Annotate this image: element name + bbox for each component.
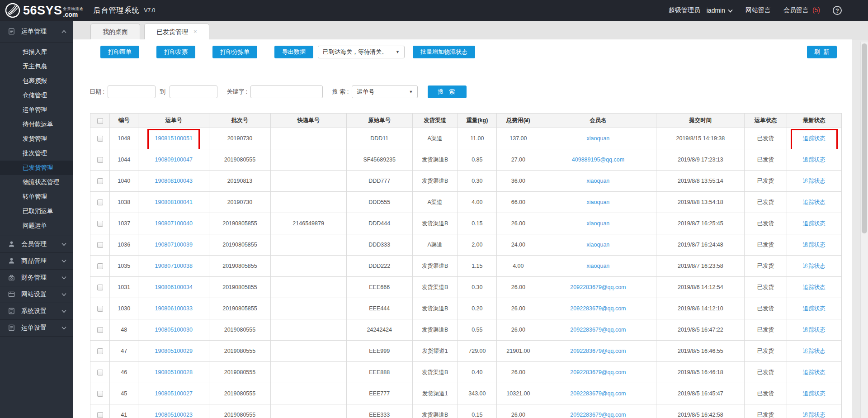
- sidebar-item[interactable]: 批次管理: [0, 146, 73, 161]
- sidebar-item[interactable]: 物流状态管理: [0, 175, 73, 190]
- track-status-link[interactable]: 追踪状态: [803, 199, 826, 205]
- help-icon[interactable]: ?: [833, 6, 842, 15]
- sidebar-item[interactable]: 转单管理: [0, 190, 73, 204]
- row-checkbox[interactable]: [97, 242, 103, 248]
- track-status-link[interactable]: 追踪状态: [803, 178, 826, 184]
- scrollbar-thumb[interactable]: [862, 43, 867, 233]
- tab-close-icon[interactable]: ×: [193, 24, 197, 39]
- batch-add-status-button[interactable]: 批量增加物流状态: [413, 46, 475, 58]
- print-button[interactable]: 打印发票: [156, 46, 195, 58]
- row-checkbox[interactable]: [97, 285, 103, 290]
- member-link[interactable]: 2092283679@qq.com: [570, 284, 626, 290]
- row-checkbox[interactable]: [97, 348, 103, 354]
- row-checkbox[interactable]: [97, 327, 103, 333]
- member-link[interactable]: xiaoquan: [587, 199, 610, 205]
- row-checkbox[interactable]: [97, 391, 103, 397]
- track-status-link[interactable]: 追踪状态: [803, 263, 826, 269]
- print-button[interactable]: 打印面单: [100, 46, 139, 58]
- waybill-link[interactable]: 190805100030: [155, 327, 192, 333]
- tab[interactable]: 已发货管理×: [144, 24, 209, 39]
- search-type-select[interactable]: 运单号 ▼: [352, 86, 418, 98]
- sidebar-group[interactable]: 运单设置: [0, 320, 73, 337]
- waybill-link[interactable]: 190806100033: [155, 305, 192, 312]
- member-link[interactable]: 2092283679@qq.com: [570, 348, 626, 354]
- member-link[interactable]: 2092283679@qq.com: [570, 412, 626, 418]
- search-button[interactable]: 搜 索: [428, 86, 467, 98]
- waybill-link[interactable]: 190808100043: [155, 178, 192, 184]
- track-status-link[interactable]: 追踪状态: [803, 348, 826, 354]
- row-checkbox[interactable]: [97, 157, 103, 163]
- export-data-button[interactable]: 导出数据: [274, 46, 313, 58]
- sidebar-group[interactable]: 财务管理: [0, 270, 73, 286]
- track-status-link[interactable]: 追踪状态: [803, 412, 826, 418]
- logistics-status-select[interactable]: 已到达海关，等待清关。 ▼: [318, 46, 405, 58]
- sidebar-group[interactable]: 会员管理: [0, 236, 73, 253]
- track-status-link[interactable]: 追踪状态: [803, 135, 826, 142]
- waybill-link[interactable]: 190807100040: [155, 220, 192, 227]
- track-status-link[interactable]: 追踪状态: [803, 327, 826, 333]
- username[interactable]: iadmin: [707, 7, 725, 14]
- sidebar-group[interactable]: 商品管理: [0, 253, 73, 270]
- date-from-input[interactable]: [108, 86, 156, 98]
- waybill-link[interactable]: 190808100041: [155, 199, 192, 205]
- member-link[interactable]: 2092283679@qq.com: [570, 327, 626, 333]
- member-link[interactable]: xiaoquan: [587, 135, 610, 142]
- cell-time: 2019/8/6 14:12:54: [656, 277, 745, 298]
- track-status-link[interactable]: 追踪状态: [803, 157, 826, 163]
- track-status-link[interactable]: 追踪状态: [803, 369, 826, 375]
- sidebar-item[interactable]: 发货管理: [0, 132, 73, 146]
- date-to-input[interactable]: [170, 86, 217, 98]
- member-link[interactable]: 2092283679@qq.com: [570, 305, 626, 312]
- waybill-link[interactable]: 190806100034: [155, 284, 192, 290]
- waybill-link[interactable]: 190805100027: [155, 390, 192, 397]
- nav-site-messages[interactable]: 网站留言: [745, 6, 771, 14]
- sidebar-group[interactable]: 运单管理: [0, 21, 73, 43]
- track-status-link[interactable]: 追踪状态: [803, 305, 826, 312]
- member-link[interactable]: xiaoquan: [587, 178, 610, 184]
- track-status-link[interactable]: 追踪状态: [803, 390, 826, 397]
- sidebar-item[interactable]: 待付款运单: [0, 117, 73, 132]
- row-checkbox[interactable]: [97, 136, 103, 142]
- track-status-link[interactable]: 追踪状态: [803, 284, 826, 290]
- waybill-link[interactable]: 190805100029: [155, 348, 192, 354]
- tab[interactable]: 我的桌面: [90, 24, 140, 39]
- sidebar-item[interactable]: 包裹预报: [0, 74, 73, 88]
- scrollbar-track[interactable]: [860, 42, 868, 418]
- member-link[interactable]: xiaoquan: [587, 220, 610, 227]
- waybill-link[interactable]: 190815100051: [155, 135, 192, 142]
- waybill-link[interactable]: 190805100023: [155, 412, 192, 418]
- sidebar-item[interactable]: 仓储管理: [0, 88, 73, 103]
- sidebar-group[interactable]: 网站设置: [0, 286, 73, 303]
- row-checkbox[interactable]: [97, 200, 103, 205]
- sidebar-item[interactable]: 已取消运单: [0, 204, 73, 218]
- sidebar-item[interactable]: 无主包裹: [0, 59, 73, 74]
- sidebar-group[interactable]: 系统设置: [0, 303, 73, 320]
- member-link[interactable]: xiaoquan: [587, 242, 610, 248]
- nav-member-messages[interactable]: 会员留言 (5): [783, 6, 820, 14]
- row-checkbox[interactable]: [97, 221, 103, 227]
- waybill-link[interactable]: 190807100038: [155, 263, 192, 269]
- waybill-link[interactable]: 190809100047: [155, 157, 192, 163]
- print-button[interactable]: 打印分拣单: [212, 46, 257, 58]
- keyword-input[interactable]: [250, 86, 323, 98]
- member-link[interactable]: 2092283679@qq.com: [570, 369, 626, 375]
- row-checkbox[interactable]: [97, 412, 103, 418]
- track-status-link[interactable]: 追踪状态: [803, 220, 826, 227]
- select-all-checkbox[interactable]: [97, 118, 103, 124]
- track-status-link[interactable]: 追踪状态: [803, 242, 826, 248]
- sidebar-item[interactable]: 运单管理: [0, 103, 73, 117]
- sidebar-item[interactable]: 已发货管理: [0, 161, 73, 175]
- row-checkbox[interactable]: [97, 370, 103, 375]
- refresh-button[interactable]: 刷 新: [807, 46, 837, 58]
- member-link[interactable]: xiaoquan: [587, 263, 610, 269]
- row-checkbox[interactable]: [97, 178, 103, 184]
- sidebar-item[interactable]: 扫描入库: [0, 45, 73, 59]
- waybill-link[interactable]: 190805100028: [155, 369, 192, 375]
- user-menu[interactable]: iadmin: [707, 7, 733, 14]
- member-link[interactable]: 2092283679@qq.com: [570, 390, 626, 397]
- waybill-link[interactable]: 190807100039: [155, 242, 192, 248]
- row-checkbox[interactable]: [97, 263, 103, 269]
- row-checkbox[interactable]: [97, 306, 103, 312]
- member-link[interactable]: 409889195@qq.com: [572, 157, 624, 163]
- sidebar-item[interactable]: 问题运单: [0, 218, 73, 233]
